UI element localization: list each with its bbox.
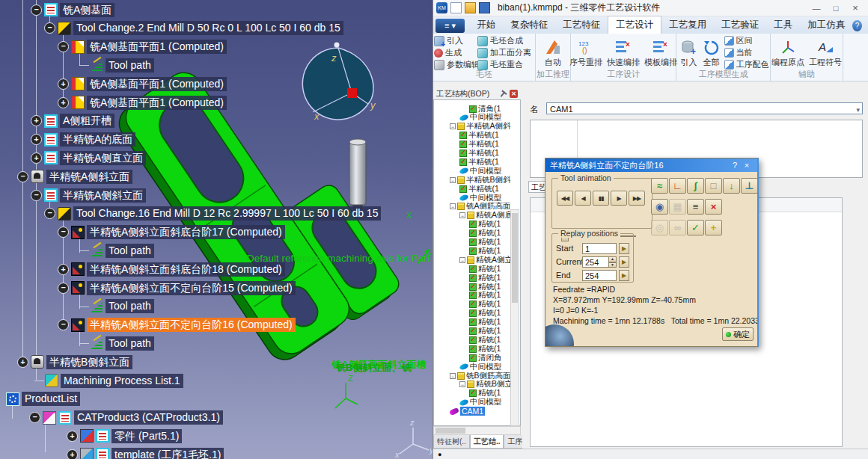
bop-item-label[interactable]: CAM1 (460, 407, 485, 416)
replay-end-input[interactable]: 254 (582, 270, 617, 281)
remove-chunks-icon[interactable]: □ (705, 178, 722, 194)
tree-item[interactable]: +A侧粗开槽 (31, 114, 114, 129)
ribbon-button-编程原点[interactable]: 编程原点 (769, 37, 807, 69)
minus-expander-icon[interactable]: − (17, 171, 28, 182)
ribbon-button-工程符号[interactable]: A工程符号 (807, 37, 844, 69)
ribbon-button-毛坯合成[interactable]: 毛坯合成 (477, 35, 534, 46)
bop-tree-item[interactable]: 精铣(1 (469, 292, 501, 300)
plus-expander-icon[interactable]: + (17, 357, 28, 368)
tree-item[interactable]: −CATProduct3 (CATProduct3.1) (29, 410, 223, 425)
ribbon-button-生成[interactable]: 生成 (434, 47, 477, 58)
tree-item-label[interactable]: 半精铣A侧斜立面斜底台阶17 (Computed) (87, 225, 285, 239)
ribbon-button-快速编排[interactable]: ×快速编排 (605, 37, 642, 69)
new-file-icon[interactable] (450, 2, 462, 13)
tree-item-label[interactable]: A侧粗开槽 (60, 114, 114, 128)
ribbon-button-引入[interactable]: +引入 (678, 37, 700, 69)
view-compass[interactable]: x y z (302, 43, 376, 123)
bop-tree-item[interactable]: −铣B侧筋高面 (450, 372, 511, 380)
tree-item-label[interactable]: 铣A侧基面平面1 (Computed) (87, 96, 227, 110)
minus-expander-icon[interactable]: − (44, 208, 55, 219)
minus-expander-icon[interactable]: − (450, 203, 456, 209)
bop-tree-item[interactable]: 精铣(1 (469, 309, 501, 318)
tree-item[interactable]: −半精铣A侧斜立面 (31, 188, 146, 203)
tree-item-label[interactable]: Tool path (106, 58, 154, 73)
collision-analysis-icon[interactable]: × (705, 199, 722, 215)
bop-tree-item[interactable]: 精铣(1 (469, 389, 501, 398)
maximize-button[interactable]: □ (826, 1, 846, 15)
chevron-down-icon[interactable]: ▾ (856, 104, 860, 116)
panel-close-icon[interactable]: × (510, 90, 518, 98)
tree-item[interactable]: −Tool Change.16 End Mill D 12 Rc 2.99997… (44, 206, 381, 221)
gouge-check-icon[interactable]: ↓ (723, 178, 740, 194)
bop-tree-item[interactable]: 精铣(1 (469, 274, 501, 282)
bop-tree-item[interactable]: 精铣(1 (469, 247, 501, 255)
pin-icon[interactable] (498, 90, 507, 98)
point-display-icon[interactable]: ∟ (669, 178, 686, 194)
help-icon[interactable]: ? (852, 20, 862, 31)
bop-tree-item[interactable]: 半精铣(1 (459, 141, 499, 149)
bop-tree-item[interactable]: 中间模型 (459, 363, 501, 371)
tree-item-label[interactable]: 零件 (Part5.1) (111, 429, 182, 443)
tab-加工仿真[interactable]: 加工仿真 (800, 16, 852, 34)
minus-expander-icon[interactable]: − (29, 412, 40, 423)
ribbon-button-序号重排[interactable]: 123()序号重排 (567, 37, 605, 69)
plus-expander-icon[interactable]: + (67, 449, 78, 459)
minus-expander-icon[interactable]: − (58, 283, 69, 294)
tree-item-label[interactable]: Tool path (106, 336, 154, 351)
tree-item-label[interactable]: 半精铣A侧斜立面不定向台阶15 (Computed) (87, 281, 296, 295)
open-file-icon[interactable] (465, 2, 476, 13)
minus-expander-icon[interactable]: − (459, 212, 465, 218)
tab-工艺验证[interactable]: 工艺验证 (714, 16, 766, 34)
minus-expander-icon[interactable]: − (459, 381, 465, 387)
application-menu-button[interactable]: ≡ ▾ (435, 19, 465, 33)
minus-expander-icon[interactable]: − (31, 4, 42, 16)
bottom-tab-工艺结..[interactable]: 工艺结.. (470, 435, 504, 449)
bop-tree-item[interactable]: 半精铣(1 (459, 150, 499, 158)
bop-tree-item[interactable]: 精铣(1 (469, 265, 501, 273)
bop-tree-item[interactable]: 中间模型 (459, 114, 501, 122)
tree-item[interactable]: +铣A侧基面平面1 (Computed) (58, 76, 227, 91)
plus-expander-icon[interactable]: + (31, 115, 42, 126)
minus-expander-icon[interactable]: − (31, 190, 42, 201)
ok-button[interactable]: 确定 (722, 327, 754, 341)
bop-tree-item[interactable]: 半精铣(1 (459, 158, 499, 166)
bop-tree-item[interactable]: −精铣A侧底 (459, 212, 513, 220)
ribbon-button-引入[interactable]: +引入 (434, 35, 477, 46)
bop-tree-item[interactable]: −半精铣B侧斜 (450, 176, 511, 184)
bop-tree-item[interactable]: 中间模型 (459, 398, 501, 407)
bop-tree-item[interactable]: 半精铣(1 (459, 132, 499, 140)
pick-position-button[interactable]: ▶ (619, 256, 629, 268)
tree-item-label[interactable]: Tool path (106, 299, 154, 313)
tree-item-label[interactable]: 半精铣A侧斜立面斜底台阶18 (Computed) (87, 262, 285, 277)
tree-item-label[interactable]: 半精铣A侧直立面 (60, 151, 146, 165)
tree-item[interactable]: −半精铣A侧斜立面斜底台阶17 (Computed) (58, 225, 285, 240)
verify-icon[interactable]: ✓ (687, 220, 704, 235)
tab-工艺设计[interactable]: 工艺设计 (608, 16, 661, 34)
tree-item-label[interactable]: CATProduct3 (CATProduct3.1) (74, 410, 223, 425)
ribbon-button-区间[interactable]: 区间 (724, 35, 769, 46)
tree-item[interactable]: Tool path (90, 299, 154, 314)
bop-tree-item[interactable]: 精铣(1 (469, 230, 501, 238)
tree-item[interactable]: Tool path (90, 58, 154, 73)
minus-expander-icon[interactable]: − (450, 177, 456, 183)
tree-item-label[interactable]: Tool Change.2 End Mill D 50 Rc 0 L 100 L… (73, 21, 343, 35)
bop-tree-item[interactable]: 精铣(1 (469, 221, 501, 229)
rewind-button[interactable]: ◀◀ (557, 191, 573, 206)
pick-position-button[interactable]: ▶ (619, 243, 629, 254)
tree-item[interactable]: +template (工序1毛坯.1) (67, 447, 224, 459)
tree-item[interactable]: Tool path (90, 336, 154, 351)
material-removal-icon[interactable]: + (705, 220, 722, 235)
bop-tree-item[interactable]: 精铣(1 (469, 301, 501, 309)
replay-start-input[interactable]: 1 (582, 243, 617, 254)
bop-tree-item[interactable]: CAM1 (450, 407, 485, 416)
tree-item-label[interactable]: 半精铣B侧斜立面 (46, 355, 132, 369)
bop-vertical-scrollbar[interactable] (510, 209, 519, 426)
tree-item[interactable]: ProductList (6, 392, 80, 407)
tree-item[interactable]: +半精铣A侧斜立面斜底台阶18 (Computed) (58, 262, 285, 277)
minimize-button[interactable]: — (807, 1, 826, 15)
ribbon-button-当前[interactable]: 当前 (724, 47, 769, 58)
save-file-icon[interactable] (479, 2, 490, 13)
tree-item[interactable]: −半精铣A侧斜立面 (17, 169, 132, 184)
tree-item-label[interactable]: 半精铣A侧斜立面不定向台阶16 (Computed) (87, 318, 296, 332)
bop-item-label[interactable]: 中间模型 (470, 397, 501, 407)
